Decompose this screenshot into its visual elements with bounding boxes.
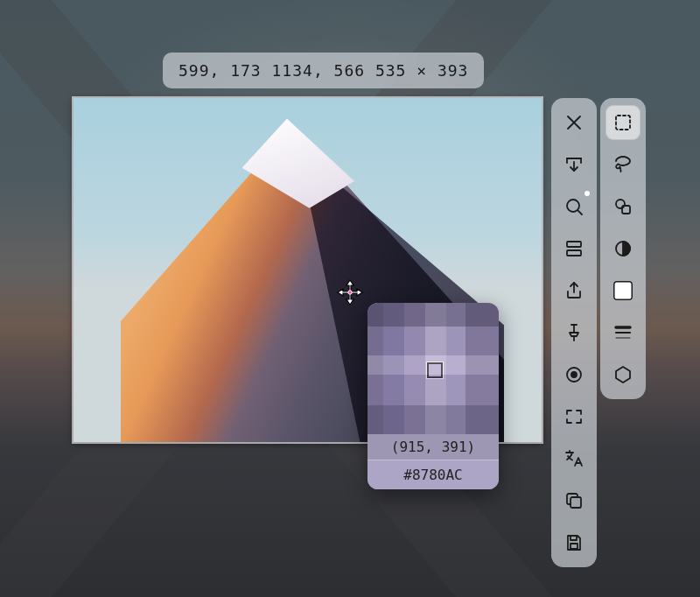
split-icon	[564, 238, 584, 259]
copy-button[interactable]	[556, 483, 592, 518]
svg-rect-8	[570, 544, 578, 549]
close-button[interactable]	[556, 105, 592, 140]
save-icon	[564, 532, 584, 553]
svg-point-6	[571, 372, 577, 377]
share-icon	[564, 280, 584, 301]
scroll-capture-button[interactable]	[556, 147, 592, 182]
color-picker-magnifier[interactable]: (915, 391) #8780AC	[368, 303, 499, 489]
record-button[interactable]	[556, 357, 592, 392]
svg-rect-3	[567, 242, 581, 247]
magnifier-zoom	[368, 303, 499, 434]
svg-point-10	[616, 200, 625, 208]
contrast-icon	[612, 238, 634, 259]
record-icon	[564, 364, 584, 385]
fullscreen-icon	[564, 406, 584, 427]
close-icon	[564, 112, 584, 133]
hexagon-icon	[612, 364, 634, 385]
line-style-button[interactable]	[606, 315, 640, 350]
fullscreen-button[interactable]	[556, 399, 592, 434]
lasso-tool-button[interactable]	[606, 147, 640, 182]
magnifier-reticle-icon	[427, 362, 443, 378]
line-style-icon	[612, 322, 634, 343]
magnifier-color-value: #8780AC	[368, 460, 499, 489]
marquee-tool-button[interactable]	[606, 105, 640, 140]
svg-rect-7	[570, 497, 581, 508]
translate-icon	[564, 448, 584, 469]
search-icon	[564, 196, 584, 217]
split-button[interactable]	[556, 231, 592, 266]
fill-color-button[interactable]	[606, 273, 640, 308]
save-button[interactable]	[556, 525, 592, 560]
search-button[interactable]	[556, 189, 592, 224]
pin-icon	[564, 322, 584, 343]
shapes-icon	[612, 196, 634, 217]
svg-marker-16	[616, 367, 630, 383]
annotation-toolbar	[600, 98, 646, 399]
contrast-tool-button[interactable]	[606, 231, 640, 266]
share-button[interactable]	[556, 273, 592, 308]
svg-rect-9	[616, 116, 630, 130]
polygon-tool-button[interactable]	[606, 357, 640, 392]
magnifier-coordinates: (915, 391)	[368, 434, 499, 460]
lasso-icon	[612, 154, 634, 175]
svg-rect-4	[567, 250, 581, 256]
fill-color-chip-icon	[613, 281, 633, 300]
marquee-icon	[612, 112, 634, 133]
shapes-tool-button[interactable]	[606, 189, 640, 224]
pin-button[interactable]	[556, 315, 592, 350]
copy-icon	[564, 490, 584, 511]
svg-point-2	[567, 200, 579, 212]
scroll-capture-icon	[564, 154, 584, 175]
selection-info-pill: 599, 173 1134, 566 535 × 393	[163, 53, 484, 88]
translate-button[interactable]	[556, 441, 592, 476]
main-toolbar	[551, 98, 597, 567]
